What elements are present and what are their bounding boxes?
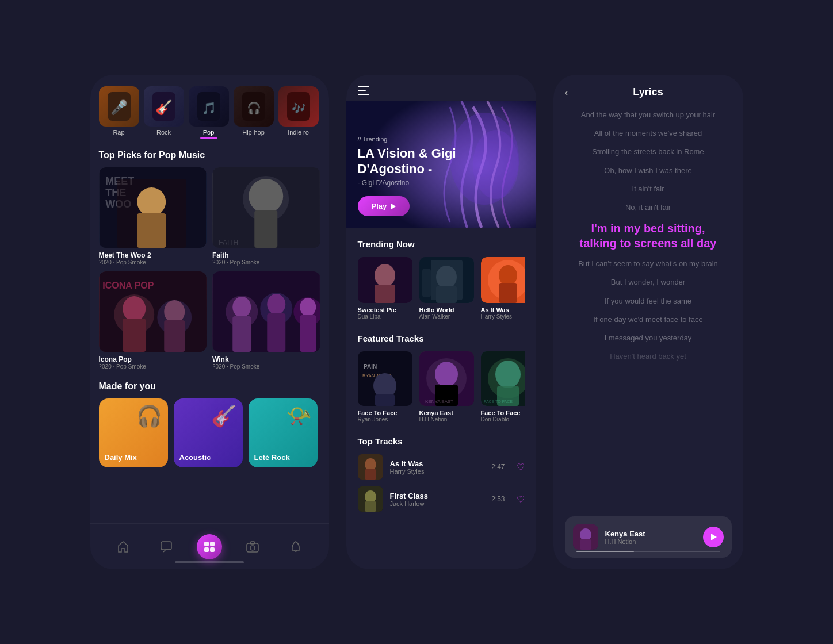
- svg-text:🎵: 🎵: [201, 101, 216, 115]
- genre-label-rock: Rock: [144, 129, 184, 136]
- svg-rect-39: [300, 315, 316, 352]
- trending-card-as-it-was[interactable]: As It Was Harry Styles: [481, 257, 525, 320]
- left-phone: 🎤 Rap 🎸 Rock 🎵 Pop 🎧 Hip-hop 🎶: [90, 75, 329, 569]
- album-card-meet-woo[interactable]: MEET THE WOO Meet The Woo 2 2020 · Pop S…: [99, 167, 207, 266]
- album-card-wink[interactable]: Wink 2020 · Pop Smoke: [212, 271, 320, 370]
- svg-rect-86: [580, 539, 591, 550]
- lyric-line-10: If you would feel the same: [605, 296, 691, 306]
- album-title-meet-woo: Meet The Woo 2: [99, 251, 207, 259]
- album-card-faith[interactable]: FAITH Faith 2020 · Pop Smoke: [212, 167, 320, 266]
- trending-name-as-it-was: As It Was: [481, 306, 525, 313]
- genre-item-pop[interactable]: 🎵 Pop: [189, 86, 229, 139]
- svg-point-52: [375, 264, 395, 287]
- trending-name-hello-world: Hello World: [419, 306, 474, 313]
- track-name-first-class: First Class: [390, 492, 485, 500]
- np-play-button[interactable]: [703, 527, 724, 547]
- lyric-line-9: But I wonder, I wonder: [611, 277, 685, 288]
- featured-scroll: PAIN RYAN JONES Face To Face Ryan Jones: [358, 351, 525, 423]
- album-meta-wink: 2020 · Pop Smoke: [212, 363, 320, 370]
- svg-rect-29: [164, 320, 185, 352]
- svg-rect-16: [137, 213, 166, 248]
- made-for-you-title: Made for you: [90, 381, 329, 392]
- trending-now-scroll: Sweetest Pie Dua Lipa Hello World Alan W…: [358, 257, 525, 320]
- genre-item-rock[interactable]: 🎸 Rock: [144, 86, 184, 139]
- play-button[interactable]: Play: [358, 196, 410, 216]
- play-icon: [391, 204, 396, 209]
- track-name-as-it-was: As It Was: [390, 459, 485, 468]
- svg-rect-67: [375, 394, 395, 406]
- svg-rect-40: [161, 542, 171, 550]
- featured-name-face-to-face2: Face To Face: [481, 409, 525, 416]
- trending-artist-sweetest-pie: Dua Lipa: [358, 313, 412, 320]
- genre-label-hiphop: Hip-hop: [234, 129, 274, 136]
- hamburger-menu[interactable]: [358, 86, 369, 95]
- album-meta-icona-pop: 2020 · Pop Smoke: [99, 363, 207, 370]
- nav-bell[interactable]: [283, 534, 308, 559]
- svg-rect-26: [123, 319, 146, 352]
- np-artist: H.H Netion: [605, 538, 696, 545]
- svg-text:ICONA POP: ICONA POP: [102, 281, 154, 290]
- nav-chat[interactable]: [154, 534, 179, 559]
- nav-home[interactable]: [110, 534, 136, 559]
- mfy-lete[interactable]: 📯 Leté Rock: [249, 398, 318, 467]
- album-title-wink: Wink: [212, 355, 320, 363]
- middle-phone: // Trending LA Vision & Gigi D'Agostino …: [346, 75, 536, 569]
- heart-icon-as-it-was[interactable]: ♡: [517, 462, 525, 473]
- lyric-line-4: Oh, how I wish I was there: [604, 166, 691, 176]
- featured-card-kenya-east[interactable]: KENYA EAST Kenya East H.H Netion: [419, 351, 474, 423]
- trending-card-sweetest-pie[interactable]: Sweetest Pie Dua Lipa: [358, 257, 412, 320]
- trending-name-sweetest-pie: Sweetest Pie: [358, 306, 412, 313]
- track-row-as-it-was[interactable]: As It Was Harry Styles 2:47 ♡: [358, 454, 525, 480]
- svg-rect-33: [232, 316, 251, 352]
- svg-point-75: [495, 361, 521, 388]
- middle-content: Trending Now Sweetest Pie Dua Lipa: [346, 228, 536, 523]
- svg-rect-47: [250, 542, 255, 544]
- nav-library[interactable]: [197, 534, 222, 559]
- mfy-daily[interactable]: 🎧 Daily Mix: [99, 398, 168, 467]
- album-title-icona-pop: Icona Pop: [99, 355, 207, 363]
- nav-camera[interactable]: [240, 534, 265, 559]
- trending-label: // Trending: [358, 136, 525, 143]
- mfy-acoustic[interactable]: 🎸 Acoustic: [174, 398, 243, 467]
- genre-item-indie[interactable]: 🎶 Indie ro: [278, 86, 319, 139]
- svg-rect-80: [365, 469, 376, 480]
- svg-text:🎸: 🎸: [155, 99, 173, 116]
- svg-rect-41: [204, 542, 209, 546]
- svg-point-56: [436, 266, 457, 289]
- genre-label-indie: Indie ro: [278, 129, 319, 136]
- track-artist-as-it-was: Harry Styles: [390, 468, 485, 475]
- now-playing-thumb: [573, 524, 598, 550]
- svg-text:PAIN: PAIN: [364, 363, 377, 370]
- top-tracks-list: As It Was Harry Styles 2:47 ♡ First Clas…: [358, 454, 525, 512]
- mfy-daily-label: Daily Mix: [105, 453, 137, 462]
- lyrics-title: Lyrics: [633, 86, 663, 98]
- mfy-acoustic-label: Acoustic: [179, 453, 211, 462]
- svg-rect-36: [267, 313, 285, 352]
- featured-card-face-to-face2[interactable]: FACE TO FACE Face To Face Don Diablo: [481, 351, 525, 423]
- svg-rect-44: [210, 547, 215, 552]
- album-card-icona-pop[interactable]: ICONA POP Icona Pop 2020 · Pop Smoke: [99, 271, 207, 370]
- track-duration-as-it-was: 2:47: [491, 463, 505, 471]
- track-duration-first-class: 2:53: [491, 495, 505, 503]
- genre-item-rap[interactable]: 🎤 Rap: [99, 86, 139, 139]
- progress-bar: [576, 551, 720, 552]
- svg-point-61: [499, 265, 517, 286]
- heart-icon-first-class[interactable]: ♡: [517, 494, 525, 505]
- genre-item-hiphop[interactable]: 🎧 Hip-hop: [234, 86, 274, 139]
- svg-text:🎤: 🎤: [110, 99, 128, 116]
- back-button[interactable]: ‹: [565, 86, 569, 99]
- track-row-first-class[interactable]: First Class Jack Harlow 2:53 ♡: [358, 486, 525, 512]
- np-name: Kenya East: [605, 530, 696, 538]
- lyric-line-1: And the way that you switch up your hair: [581, 110, 715, 120]
- trending-artist-hello-world: Alan Walker: [419, 313, 474, 320]
- track-artist-first-class: Jack Harlow: [390, 500, 485, 507]
- svg-point-82: [365, 490, 376, 503]
- featured-card-face-to-face1[interactable]: PAIN RYAN JONES Face To Face Ryan Jones: [358, 351, 412, 423]
- guitar-icon: 🎸: [211, 404, 237, 428]
- progress-fill: [576, 551, 634, 552]
- svg-rect-57: [436, 286, 457, 303]
- trending-card-hello-world[interactable]: Hello World Alan Walker: [419, 257, 474, 320]
- svg-rect-20: [254, 210, 277, 248]
- lyric-line-11: If one day we'd meet face to face: [593, 315, 702, 325]
- lyrics-lines: And the way that you switch up your hair…: [565, 110, 732, 558]
